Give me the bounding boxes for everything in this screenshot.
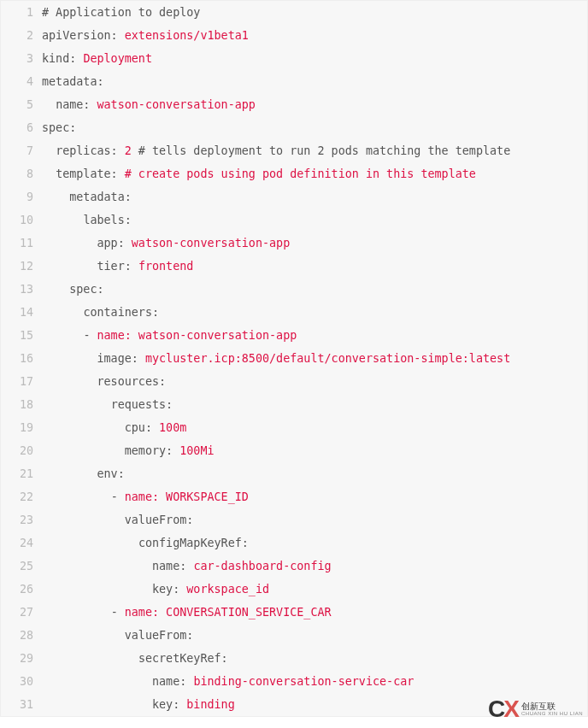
token: cpu: (125, 421, 159, 434)
token: resources: (97, 375, 167, 388)
watermark-cn: 创新互联 (521, 702, 583, 711)
line-number: 28 (1, 624, 40, 647)
token: # create pods using pod definition in th… (125, 167, 476, 180)
code-content: memory: 100Mi (40, 439, 587, 462)
token: valueFrom: (125, 629, 194, 642)
code-line: 22 - name: WORKSPACE_ID (1, 485, 587, 508)
token: binding-conversation-service-car (193, 675, 414, 688)
token: workspace_id (186, 583, 269, 596)
code-line: 19 cpu: 100m (1, 416, 587, 439)
line-number: 30 (1, 670, 40, 693)
token: env: (97, 467, 125, 480)
token: name: (152, 560, 193, 572)
code-line: 14 containers: (1, 301, 587, 324)
line-number: 17 (1, 370, 40, 393)
token: containers: (83, 306, 159, 319)
code-content: - name: watson-conversation-app (40, 324, 587, 347)
code-content: image: mycluster.icp:8500/default/conver… (40, 347, 587, 370)
code-line: 3kind: Deployment (1, 47, 587, 70)
token: 100m (159, 421, 186, 434)
token: labels: (83, 214, 131, 226)
line-number: 6 (1, 116, 40, 139)
token: 100Mi (179, 444, 214, 457)
code-line: 26 key: workspace_id (1, 578, 587, 601)
code-content: - name: WORKSPACE_ID (40, 485, 587, 508)
code-content: apiVersion: extensions/v1beta1 (40, 24, 587, 47)
code-line: 20 memory: 100Mi (1, 439, 587, 462)
token: # tells deployment to run 2 pods matchin… (132, 144, 510, 157)
line-number: 14 (1, 301, 40, 324)
token: metadata: (42, 75, 104, 88)
line-number: 10 (1, 208, 40, 232)
code-content: configMapKeyRef: (40, 531, 587, 555)
line-number: 16 (1, 347, 40, 370)
code-line: 27 - name: CONVERSATION_SERVICE_CAR (1, 601, 587, 624)
line-number: 4 (1, 70, 40, 93)
token: tier: (97, 260, 138, 273)
token: metadata: (69, 191, 132, 203)
code-line: 28 valueFrom: (1, 624, 587, 647)
code-line: 9 metadata: (1, 185, 587, 208)
token: watson-conversation-app (97, 98, 256, 111)
token: 2 (125, 144, 132, 157)
line-number: 21 (1, 462, 40, 485)
token: key: (152, 583, 186, 596)
code-content: - name: CONVERSATION_SERVICE_CAR (40, 601, 587, 624)
token: app: (97, 237, 132, 250)
code-line: 23 valueFrom: (1, 508, 587, 531)
token: - (111, 606, 125, 619)
line-number: 22 (1, 485, 40, 508)
code-line: 30 name: binding-conversation-service-ca… (1, 670, 587, 693)
code-line: 15 - name: watson-conversation-app (1, 324, 587, 347)
code-content: template: # create pods using pod defini… (40, 162, 587, 185)
line-number: 23 (1, 508, 40, 531)
token: apiVersion: (42, 29, 125, 42)
token: image: (97, 352, 145, 365)
line-number: 7 (1, 139, 40, 162)
token: memory: (125, 444, 180, 457)
token: name: watson-conversation-app (97, 329, 297, 342)
code-content: tier: frontend (40, 255, 587, 278)
token: binding (186, 698, 234, 711)
code-content: kind: Deployment (40, 47, 587, 70)
line-number: 24 (1, 531, 40, 555)
code-line: 2apiVersion: extensions/v1beta1 (1, 24, 587, 47)
token: requests: (111, 398, 173, 411)
line-number: 3 (1, 47, 40, 70)
token: # Application to deploy (42, 6, 200, 19)
code-line: 29 secretKeyRef: (1, 647, 587, 670)
code-content: cpu: 100m (40, 416, 587, 439)
line-number: 20 (1, 439, 40, 462)
code-content: secretKeyRef: (40, 647, 587, 670)
code-content: valueFrom: (40, 624, 587, 647)
token: key: (152, 698, 186, 711)
token: template: (56, 167, 125, 180)
line-number: 29 (1, 647, 40, 670)
watermark-logo: CX (488, 696, 518, 717)
line-number: 8 (1, 162, 40, 185)
line-number: 13 (1, 278, 40, 301)
line-number: 19 (1, 416, 40, 439)
token: spec: (69, 283, 103, 296)
code-content: name: binding-conversation-service-car (40, 670, 587, 693)
token: replicas: (56, 144, 125, 157)
token: - (111, 490, 125, 503)
token: name: (56, 98, 97, 111)
code-content: name: car-dashboard-config (40, 555, 587, 578)
code-line: 8 template: # create pods using pod defi… (1, 162, 587, 185)
code-content: spec: (40, 278, 587, 301)
token: extensions/v1beta1 (125, 29, 249, 42)
token: - (83, 329, 97, 342)
code-content: replicas: 2 # tells deployment to run 2 … (40, 139, 587, 162)
code-line: 21 env: (1, 462, 587, 485)
token: name: CONVERSATION_SERVICE_CAR (125, 606, 332, 619)
line-number: 5 (1, 93, 40, 116)
token: configMapKeyRef: (138, 537, 249, 549)
code-line: 12 tier: frontend (1, 255, 587, 278)
code-content: requests: (40, 393, 587, 416)
code-block: 1# Application to deploy2apiVersion: ext… (0, 0, 588, 717)
code-content: containers: (40, 301, 587, 324)
code-content: labels: (40, 208, 587, 232)
code-line: 10 labels: (1, 208, 587, 232)
code-content: env: (40, 462, 587, 485)
